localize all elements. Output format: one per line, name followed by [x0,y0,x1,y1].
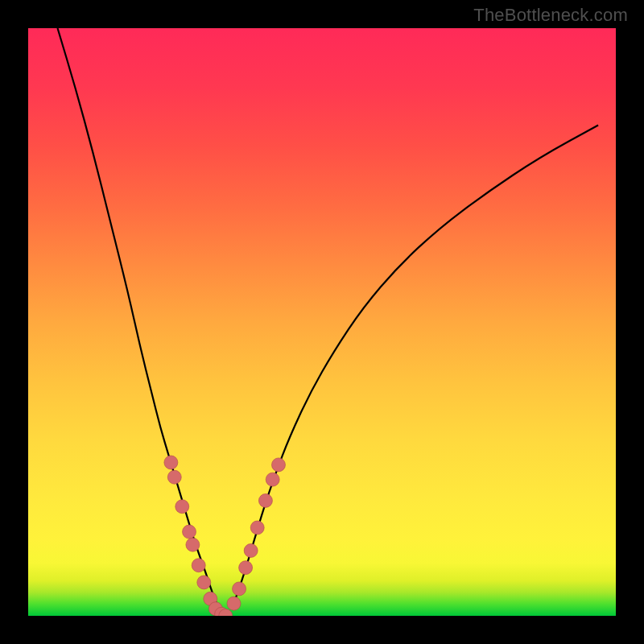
marker-dot [183,525,196,539]
marker-dots-right [227,458,285,610]
marker-dot [244,543,258,557]
marker-dot [233,582,246,596]
marker-dot [258,493,272,507]
marker-dot [192,559,205,572]
marker-dots-left [164,456,233,616]
marker-dot [250,521,264,535]
marker-dot [239,561,253,575]
chart-frame: TheBottleneck.com [0,0,644,644]
curve-left [58,28,218,607]
watermark-text: TheBottleneck.com [473,5,628,26]
marker-dot [186,538,200,551]
marker-dot [227,597,241,610]
chart-svg [28,28,616,616]
marker-dot [167,470,181,484]
marker-dot [175,500,189,514]
plot-area [28,28,616,616]
marker-dot [266,473,279,486]
curve-right [232,125,598,607]
marker-dot [164,456,178,469]
marker-dot [197,576,211,589]
marker-dot [271,458,285,472]
